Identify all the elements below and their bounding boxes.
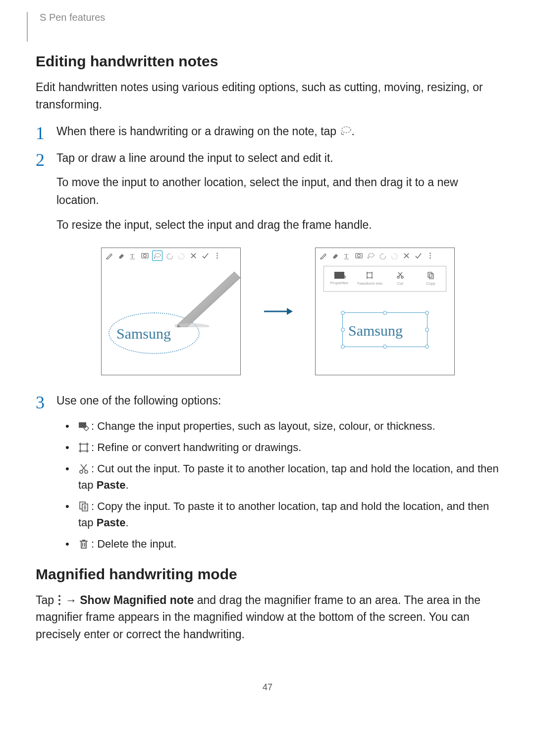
step-2-text-c: To resize the input, select the input an… [56,216,499,234]
option-copy: : Copy the input. To paste it to another… [56,498,499,531]
svg-text:T: T [344,252,348,259]
copy-icon [78,501,89,512]
cut-icon [396,271,404,279]
svg-point-21 [358,254,361,257]
stylus-icon [175,268,244,327]
step-3: Use one of the following options: : Chan… [36,392,499,552]
lasso-select-icon [340,125,352,137]
option-properties: : Change the input properties, such as l… [56,418,499,434]
pen-icon [106,252,113,259]
check-icon [202,252,209,259]
section-heading-editing: Editing handwritten notes [36,53,499,70]
svg-point-14 [175,323,210,327]
text-icon: T [343,252,351,259]
option-cut-paste: Paste [97,479,126,491]
panel-toolbar-right: T [316,248,454,263]
option-cut-text-a: : Cut out the input. To paste it to anot… [78,462,499,491]
svg-rect-60 [81,541,86,548]
delete-icon [78,539,89,550]
svg-point-27 [429,257,431,259]
more-icon [427,252,434,259]
more-vertical-icon [57,594,62,606]
copy-icon [427,271,434,279]
menu-properties-label: Properties [330,280,348,286]
option-copy-paste: Paste [97,516,126,529]
lasso-icon [367,252,374,259]
svg-point-22 [369,253,374,257]
more-icon [214,252,221,259]
svg-rect-37 [428,272,432,277]
illustration-panel-left: T Samsung [101,248,241,375]
option-copy-text-a: : Copy the input. To paste it to another… [78,500,489,529]
photo-icon [141,252,149,259]
svg-point-25 [429,252,431,254]
illustration-panel-right: T Properties [315,248,455,375]
svg-point-64 [58,595,60,597]
svg-point-5 [144,254,147,257]
pen-icon [320,252,327,259]
edit-context-menu: Properties Transform into Cut Copy [323,266,446,292]
svg-point-0 [342,127,351,133]
panel-toolbar-left: T [102,248,240,263]
check-icon [415,252,422,259]
svg-point-51 [85,470,88,473]
menu-copy-label: Copy [426,281,435,287]
cancel-icon [190,252,197,259]
cut-icon [78,463,89,474]
breadcrumb: S Pen features [36,12,499,23]
svg-point-11 [216,257,218,259]
svg-point-6 [155,253,160,257]
menu-cut-label: Cut [397,281,403,287]
magnified-body-b: → [62,594,80,606]
svg-line-36 [398,272,402,276]
svg-point-66 [58,603,60,605]
option-cut: : Cut out the input. To paste it to anot… [56,460,499,493]
step-2-text-a: Tap or draw a line around the input to s… [56,150,499,167]
option-cut-text-c: . [125,479,128,491]
menu-transform-label: Transform into [357,281,382,287]
svg-point-9 [216,252,218,254]
lasso-icon [152,251,162,261]
svg-point-33 [397,276,399,278]
section-intro: Edit handwritten notes using various edi… [36,79,499,113]
menu-copy: Copy [417,271,444,287]
magnified-body-a: Tap [36,594,57,606]
properties-icon [78,421,89,432]
magnified-body-c: Show Magnified note [80,594,194,606]
illustration-row: T Samsung [56,248,499,375]
menu-cut: Cut [386,271,414,287]
svg-rect-28 [367,273,372,278]
step-1: When there is handwriting or a drawing o… [36,123,499,141]
eraser-icon [117,252,125,259]
step-3-text: Use one of the following options: [56,392,499,410]
undo-icon [379,252,386,259]
steps-list: When there is handwriting or a drawing o… [36,123,499,552]
svg-point-65 [58,599,60,601]
svg-rect-41 [80,444,87,451]
step-1-text-pre: When there is handwriting or a drawing o… [56,125,340,138]
svg-text:T: T [130,252,134,259]
section-heading-magnified: Magnified handwriting mode [36,566,499,583]
svg-marker-12 [178,272,240,327]
svg-point-26 [429,255,431,256]
text-icon: T [129,252,137,259]
svg-point-10 [216,255,218,256]
svg-point-34 [401,276,403,278]
step-2: Tap or draw a line around the input to s… [36,150,499,376]
option-delete-text: : Delete the input. [91,538,176,550]
handwriting-sample-right: Samsung [348,319,403,343]
page-number: 47 [36,682,499,693]
redo-icon [178,252,185,259]
menu-transform: Transform into [356,271,383,287]
cancel-icon [403,252,410,259]
handwriting-sample-left: Samsung [116,322,171,346]
arrow-right-icon [261,306,295,316]
side-rule [27,12,28,42]
option-delete: : Delete the input. [56,536,499,552]
properties-icon [334,272,344,279]
option-properties-text: : Change the input properties, such as l… [91,420,435,432]
svg-rect-38 [429,274,433,279]
step-2-text-b: To move the input to another location, s… [56,174,499,209]
step-1-text-post: . [352,125,355,138]
svg-line-35 [399,272,402,276]
